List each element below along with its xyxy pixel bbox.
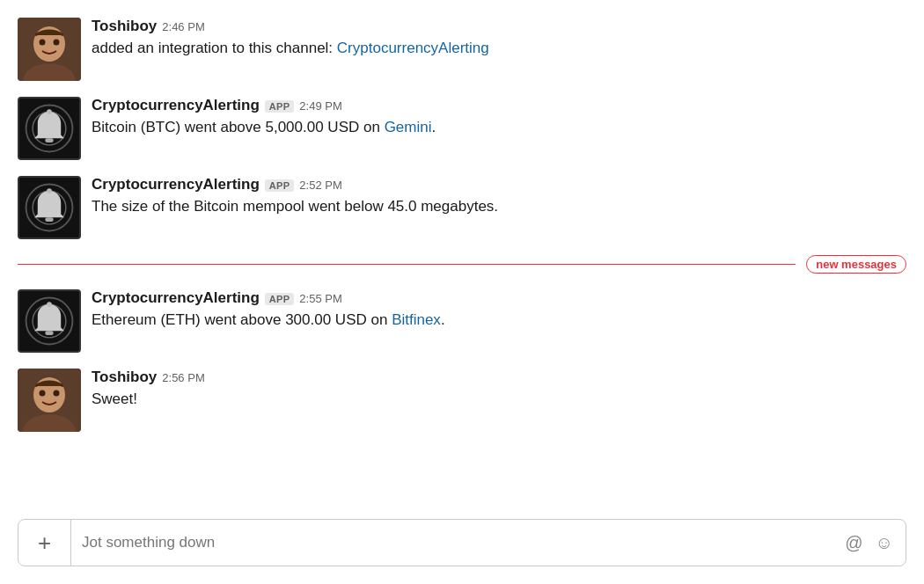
emoji-icon[interactable]: ☺ (876, 534, 893, 551)
message-header: CryptocurrencyAlerting APP 2:52 PM (92, 176, 906, 193)
message-text-plain: Bitcoin (BTC) went above 5,000.00 USD on (92, 119, 385, 135)
message-item: CryptocurrencyAlerting APP 2:55 PM Ether… (18, 289, 906, 353)
message-text: The size of the Bitcoin mempool went bel… (92, 196, 906, 218)
gemini-link[interactable]: Gemini (385, 119, 432, 135)
divider-line (18, 264, 796, 265)
app-badge: APP (265, 100, 295, 113)
message-header: CryptocurrencyAlerting APP 2:49 PM (92, 97, 906, 114)
message-content: Toshiboy 2:56 PM Sweet! (92, 369, 906, 411)
message-text-suffix: . (441, 311, 445, 328)
input-icon-group: @ ☺ (832, 534, 906, 551)
message-text: Sweet! (92, 389, 906, 411)
message-input[interactable] (71, 520, 832, 566)
svg-rect-9 (45, 138, 53, 142)
message-text-plain: The size of the Bitcoin mempool went bel… (92, 198, 498, 215)
timestamp: 2:55 PM (299, 292, 341, 305)
message-header: CryptocurrencyAlerting APP 2:55 PM (92, 289, 906, 307)
svg-point-3 (40, 40, 46, 46)
message-content: CryptocurrencyAlerting APP 2:49 PM Bitco… (92, 97, 906, 139)
message-item: Toshiboy 2:46 PM added an integration to… (18, 18, 906, 81)
messages-container: Toshiboy 2:46 PM added an integration to… (0, 0, 924, 510)
avatar (18, 289, 81, 353)
sender-name: CryptocurrencyAlerting (92, 289, 260, 307)
timestamp: 2:46 PM (162, 20, 204, 33)
sender-name: CryptocurrencyAlerting (92, 97, 260, 114)
app-badge: APP (265, 293, 295, 305)
message-header: Toshiboy 2:46 PM (92, 18, 906, 35)
message-text: Bitcoin (BTC) went above 5,000.00 USD on… (92, 117, 906, 139)
svg-point-25 (54, 391, 60, 397)
message-text-plain: Ethereum (ETH) went above 300.00 USD on (92, 311, 392, 328)
cryptocurrency-alerting-link[interactable]: CryptocurrencyAlerting (337, 40, 489, 56)
svg-rect-19 (45, 331, 53, 335)
message-content: CryptocurrencyAlerting APP 2:55 PM Ether… (92, 289, 906, 332)
sender-name: Toshiboy (92, 369, 157, 386)
add-button[interactable]: + (18, 520, 71, 566)
at-icon[interactable]: @ (845, 534, 862, 551)
message-content: CryptocurrencyAlerting APP 2:52 PM The s… (92, 176, 906, 218)
message-content: Toshiboy 2:46 PM added an integration to… (92, 18, 906, 60)
avatar (18, 97, 81, 160)
message-text: Ethereum (ETH) went above 300.00 USD on … (92, 310, 906, 332)
avatar (18, 176, 81, 239)
sender-name: CryptocurrencyAlerting (92, 176, 260, 193)
svg-rect-14 (45, 217, 53, 222)
svg-point-4 (54, 40, 60, 46)
new-messages-badge: new messages (806, 255, 906, 274)
message-item: CryptocurrencyAlerting APP 2:52 PM The s… (18, 176, 906, 239)
bitfinex-link[interactable]: Bitfinex (392, 311, 441, 328)
timestamp: 2:52 PM (299, 179, 341, 192)
message-input-area[interactable]: + @ ☺ (18, 519, 906, 566)
message-item: CryptocurrencyAlerting APP 2:49 PM Bitco… (18, 97, 906, 160)
avatar (18, 369, 81, 432)
sender-name: Toshiboy (92, 18, 157, 35)
timestamp: 2:49 PM (299, 99, 341, 113)
svg-point-24 (40, 391, 46, 397)
message-text: added an integration to this channel: Cr… (92, 38, 906, 60)
svg-point-10 (47, 109, 52, 114)
message-header: Toshiboy 2:56 PM (92, 369, 906, 386)
message-text-suffix: . (431, 119, 436, 135)
svg-point-15 (47, 188, 52, 193)
new-messages-divider: new messages (18, 255, 906, 274)
timestamp: 2:56 PM (162, 371, 204, 384)
svg-point-20 (47, 302, 52, 307)
message-text-plain: Sweet! (92, 391, 137, 407)
message-item: Toshiboy 2:56 PM Sweet! (18, 369, 906, 432)
message-text-plain: added an integration to this channel: (92, 40, 337, 56)
app-badge: APP (265, 179, 295, 192)
avatar (18, 18, 81, 81)
